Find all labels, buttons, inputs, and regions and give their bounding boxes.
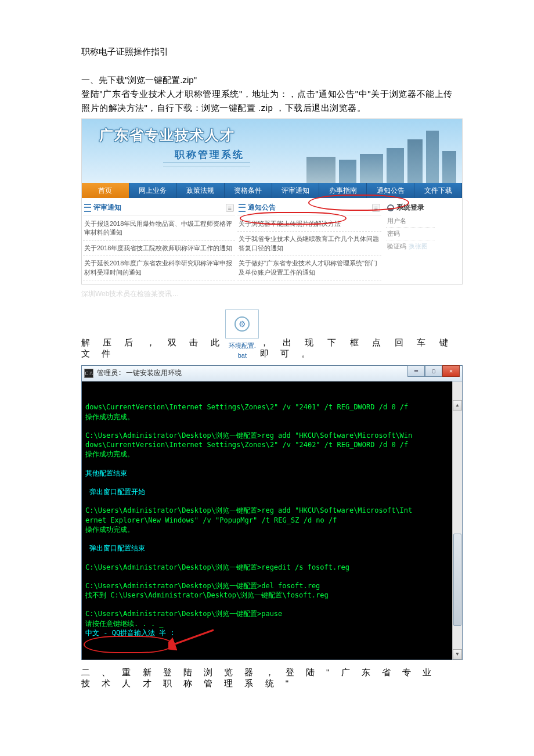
portal-screenshot: 广东省专业技术人才 职称管理系统 首页 网上业务 政策法规 资格条件 评审通知 … xyxy=(81,118,463,285)
nav-policy[interactable]: 政策法规 xyxy=(177,183,225,198)
gear-icon: ⚙ xyxy=(234,316,250,332)
list-item[interactable]: 关于报送2018年民用爆炸物品高、中级工程师资格评审材料的通知 xyxy=(83,217,235,241)
faded-note: 深圳Web技术员在检验某资讯… xyxy=(81,289,453,299)
list-item[interactable]: 关于做好"广东省专业技术人才职称管理系统"部门及单位账户设置工作的通知 xyxy=(237,256,381,280)
announcement-title: 通知公告 xyxy=(248,203,276,213)
nav-qualification[interactable]: 资格条件 xyxy=(225,183,272,198)
list-item[interactable]: 关于浏览器不能上传照片的解决方法 xyxy=(237,217,381,232)
console-line: C:\Users\Administrator\Desktop\浏览一键配置>re… xyxy=(85,506,459,515)
nav-guide[interactable]: 办事指南 xyxy=(319,183,367,198)
console-line: 操作成功完成。 xyxy=(85,449,459,459)
console-title: 管理员: 一键安装应用环境 xyxy=(97,368,182,378)
console-line: dows\CurrentVersion\Internet Settings\Zo… xyxy=(85,402,459,412)
nav-download[interactable]: 文件下载 xyxy=(414,183,462,198)
console-line xyxy=(85,534,459,543)
console-line: C:\Users\Administrator\Desktop\浏览一键配置>re… xyxy=(85,431,459,440)
console-line xyxy=(85,422,459,431)
list-icon xyxy=(84,204,91,212)
console-line: C:\Users\Administrator\Desktop\浏览一键配置>re… xyxy=(85,563,459,572)
scroll-down-button[interactable]: ▼ xyxy=(453,649,462,660)
list-item[interactable]: 关于延长2018年度广东省农业科学研究职称评审申报材料受理时间的通知 xyxy=(83,256,235,280)
console-line: 其他配置结束 xyxy=(85,469,459,478)
console-body: dows\CurrentVersion\Internet Settings\Zo… xyxy=(82,381,462,660)
login-head: 系统登录 xyxy=(386,200,461,215)
close-button[interactable]: ✕ xyxy=(442,365,460,377)
console-window: C:\\ 管理员: 一键安装应用环境 ━ ▢ ✕ dows\CurrentVer… xyxy=(81,365,463,660)
review-notice-title: 评审通知 xyxy=(93,203,121,213)
captcha-refresh[interactable]: 换张图 xyxy=(409,242,428,251)
console-line: 操作成功完成。 xyxy=(85,525,459,534)
console-line xyxy=(85,496,459,506)
console-line xyxy=(85,478,459,487)
minimize-button[interactable]: ━ xyxy=(407,365,425,377)
console-line: C:\Users\Administrator\Desktop\浏览一键配置>de… xyxy=(85,581,459,591)
list-item[interactable]: 关于2018年度我省技工院校教师职称评审工作的通知 xyxy=(83,241,235,256)
console-line: 弹出窗口配置开始 xyxy=(85,487,459,496)
console-line: 中文 - QQ拼音输入法 半 : xyxy=(85,628,459,638)
console-line xyxy=(85,600,459,609)
console-line: dows\CurrentVersion\Internet Settings\Zo… xyxy=(85,440,459,449)
scrollbar[interactable]: ▲ ▼ xyxy=(452,381,462,660)
doc-title: 职称电子证照操作指引 xyxy=(81,46,453,57)
console-line: C:\Users\Administrator\Desktop\浏览一键配置>pa… xyxy=(85,609,459,618)
step1-heading: 一、先下载"浏览一键配置.zip" xyxy=(81,75,453,86)
portal-banner: 广东省专业技术人才 职称管理系统 xyxy=(82,119,462,183)
scroll-thumb[interactable] xyxy=(453,534,461,626)
bat-file-icon[interactable]: ⚙ 环境配置. bat xyxy=(225,309,259,359)
list-item[interactable]: 关于我省专业技术人员继续教育工作几个具体问题答复口径的通知 xyxy=(237,232,381,256)
nav-home[interactable]: 首页 xyxy=(82,183,129,198)
banner-divider xyxy=(163,162,250,167)
nav-review-notice[interactable]: 评审通知 xyxy=(272,183,320,198)
announcement-head: 通知公告 ≡ xyxy=(237,200,381,215)
step1-paragraph: 登陆"广东省专业技术人才职称管理系统"，地址为：，点击"通知公告"中"关于浏览器… xyxy=(81,87,453,115)
user-icon xyxy=(387,204,394,211)
console-titlebar: C:\\ 管理员: 一键安装应用环境 ━ ▢ ✕ xyxy=(82,366,462,381)
bat-label-bot: bat xyxy=(238,352,247,359)
cmd-icon: C:\\ xyxy=(84,369,93,378)
list-icon xyxy=(239,204,246,212)
step2-text: 二 、 重 新 登 陆 浏 览 器 ， 登 陆 " 广 东 省 专 业 技 术 … xyxy=(81,667,453,689)
console-line xyxy=(85,553,459,562)
unzip-text-right: ， 出 现 下 框 点 回 车 键 即 可 。 xyxy=(260,337,453,359)
bat-label-top: 环境配置. xyxy=(229,342,256,349)
banner-main-title: 广东省专业技术人才 xyxy=(99,126,235,145)
more-icon[interactable]: ≡ xyxy=(372,204,380,212)
console-line xyxy=(85,459,459,468)
unzip-text-left: 解 压 后 ， 双 击 此 文 件 xyxy=(81,337,224,359)
console-line: ernet Explorer\New Windows" /v "PopupMgr… xyxy=(85,516,459,525)
portal-nav: 首页 网上业务 政策法规 资格条件 评审通知 办事指南 通知公告 文件下载 xyxy=(82,183,462,198)
console-line: 请按任意键继续. . . _ xyxy=(85,619,459,628)
console-line: 弹出窗口配置结束 xyxy=(85,543,459,553)
login-captcha[interactable]: 验证码 xyxy=(387,242,406,251)
console-line: 找不到 C:\Users\Administrator\Desktop\浏览一键配… xyxy=(85,591,459,600)
console-line xyxy=(85,572,459,581)
console-line: 操作成功完成。 xyxy=(85,412,459,422)
login-password[interactable]: 密码 xyxy=(386,228,435,240)
maximize-button[interactable]: ▢ xyxy=(425,365,442,377)
banner-subtitle: 职称管理系统 xyxy=(175,148,244,161)
review-notice-head: 评审通知 ≡ xyxy=(83,200,235,215)
more-icon[interactable]: ≡ xyxy=(226,204,234,212)
login-username[interactable]: 用户名 xyxy=(386,215,435,228)
nav-online[interactable]: 网上业务 xyxy=(129,183,177,198)
login-title: 系统登录 xyxy=(396,203,424,213)
nav-announcement[interactable]: 通知公告 xyxy=(367,183,414,198)
